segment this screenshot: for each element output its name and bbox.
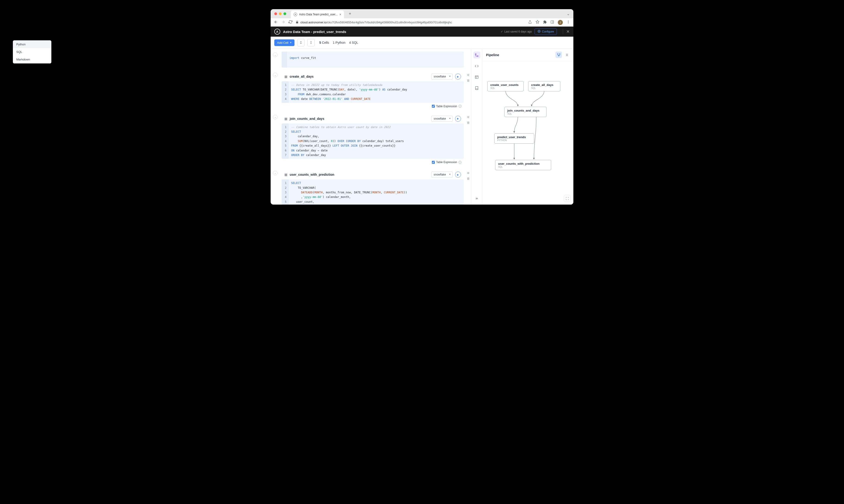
panel-icon[interactable]	[550, 20, 554, 25]
code-editor[interactable]: import curve_fit	[282, 52, 464, 68]
cell-name[interactable]: user_counts_with_prediction	[290, 173, 334, 176]
cell: ⌄ import curve_fit	[282, 52, 464, 68]
cell-header: ▦ join_counts_and_days snowflake ▶	[282, 114, 464, 124]
cell-collapse-toggle[interactable]: ⌄	[273, 73, 277, 77]
move-cell-icon[interactable]: ⊕	[467, 171, 469, 175]
rail-schema-button[interactable]	[473, 74, 480, 80]
rail-pipeline-button[interactable]	[473, 52, 480, 58]
delete-cell-icon[interactable]: 🗑	[467, 121, 470, 124]
tab-close-icon[interactable]: ×	[340, 13, 341, 16]
code-editor[interactable]: 1234567 -- Combine tables to obtain Astr…	[282, 124, 464, 159]
rail-code-button[interactable]	[473, 62, 480, 69]
new-tab-button[interactable]: +	[347, 11, 353, 17]
pipeline-list-view-button[interactable]	[563, 52, 570, 58]
browser-tab-bar: A Astro Data Team predict_user... × + ⌄	[271, 9, 573, 18]
add-cell-button[interactable]: Add Cell ▼	[274, 39, 294, 46]
run-cell-button[interactable]: ▶	[455, 74, 461, 79]
expand-canvas-button[interactable]	[564, 195, 571, 202]
code-editor[interactable]: 1234 -- Dates in 20222 up to today from …	[282, 81, 464, 103]
pipeline-canvas[interactable]: create_user_countsSQLcreate_all_daysSQLj…	[482, 61, 573, 204]
cell-name[interactable]: create_all_days	[290, 75, 313, 78]
delete-cell-icon[interactable]: 🗑	[467, 79, 470, 82]
close-panel-icon[interactable]: ✕	[563, 29, 570, 34]
svg-point-5	[539, 31, 539, 32]
pipeline-node[interactable]: join_counts_and_daysSQL	[504, 107, 547, 117]
traffic-lights	[274, 12, 286, 15]
configure-button[interactable]: Configure	[535, 29, 557, 35]
run-cell-button[interactable]: ▶	[455, 172, 461, 178]
pipeline-node[interactable]: predict_user_trendsPYTHON	[494, 133, 534, 144]
reload-button[interactable]	[289, 20, 292, 25]
profile-avatar[interactable]: J	[558, 20, 563, 25]
toolbar: Add Cell ▼ 5 Cells 1 Python 4 SQL	[271, 37, 573, 49]
delete-cell-icon[interactable]: 🗑	[467, 177, 470, 180]
url-field[interactable]: cloud.astronomer.io/cku7t3fvx59046554xr4…	[296, 21, 525, 24]
sql-cell-icon: ▦	[285, 117, 287, 121]
cell: ⌄ ⊕ 🗑 ▦ create_all_days snowflake ▶ 1234	[282, 72, 464, 110]
url-bar: cloud.astronomer.io/cku7t3fvx59046554xr4…	[271, 18, 573, 26]
rail-collapse-button[interactable]	[473, 195, 480, 202]
page-title: Astro Data Team - predict_user_trends	[283, 30, 498, 34]
move-cell-icon[interactable]: ⊕	[467, 115, 469, 119]
svg-point-2	[568, 21, 569, 21]
node-type: SQL	[507, 112, 544, 115]
node-title: user_counts_with_prediction	[498, 162, 548, 165]
connection-select[interactable]: snowflake	[431, 116, 453, 122]
node-type: SQL	[490, 87, 521, 89]
lock-icon	[296, 21, 298, 24]
sql-cell-icon: ▦	[285, 75, 287, 78]
main-layout: ⌄ import curve_fit ⌄ ⊕ 🗑 ▦ create_	[271, 49, 573, 204]
connection-select[interactable]: snowflake	[431, 172, 453, 178]
cell-name[interactable]: join_counts_and_days	[290, 117, 324, 121]
cell-counts: 5 Cells 1 Python 4 SQL	[319, 41, 358, 44]
browser-extension-icons: J	[528, 20, 570, 25]
svg-rect-8	[475, 76, 478, 78]
connection-select[interactable]: snowflake	[431, 74, 453, 79]
line-numbers: 1234567	[282, 124, 289, 159]
pipeline-graph-view-button[interactable]	[555, 52, 562, 58]
cell-collapse-toggle[interactable]: ⌄	[273, 52, 277, 57]
app-logo[interactable]: A	[274, 29, 280, 35]
move-cell-icon[interactable]: ⊕	[467, 73, 469, 76]
maximize-window-button[interactable]	[283, 12, 286, 15]
expand-all-button[interactable]	[307, 39, 315, 46]
code-content[interactable]: import curve_fit	[287, 52, 464, 68]
browser-menu-icon[interactable]	[567, 20, 570, 25]
share-icon[interactable]	[528, 20, 532, 25]
app-header: A Astro Data Team - predict_user_trends …	[271, 26, 573, 37]
line-numbers: 123456789	[282, 179, 289, 204]
node-title: join_counts_and_days	[507, 109, 544, 112]
gear-icon	[538, 30, 540, 33]
run-cell-button[interactable]: ▶	[455, 116, 461, 122]
code-content[interactable]: -- Dates in 20222 up to today from utili…	[289, 81, 464, 103]
back-button[interactable]	[274, 20, 278, 25]
forward-button[interactable]	[281, 20, 285, 25]
code-editor[interactable]: 123456789 SELECT TO_VARCHAR( DATEADD(MON…	[282, 179, 464, 204]
app-window: A Astro Data Team predict_user... × + ⌄ …	[271, 9, 573, 204]
node-type: PYTHON	[497, 139, 531, 142]
bookmark-icon[interactable]	[535, 20, 539, 25]
cell-collapse-toggle[interactable]: ⌄	[273, 115, 277, 119]
tab-overflow-icon[interactable]: ⌄	[567, 12, 570, 16]
info-icon[interactable]: i	[459, 161, 462, 164]
code-content[interactable]: -- Combine tables to obtain Astro user c…	[289, 124, 464, 159]
minimize-window-button[interactable]	[279, 12, 282, 15]
table-expression-checkbox[interactable]	[432, 161, 435, 164]
svg-point-13	[558, 55, 559, 56]
collapse-all-button[interactable]	[297, 39, 305, 46]
cell-collapse-toggle[interactable]: ⌄	[273, 171, 277, 175]
rail-library-button[interactable]	[473, 85, 480, 91]
info-icon[interactable]: i	[459, 105, 462, 108]
pipeline-node[interactable]: create_all_daysSQL	[528, 81, 560, 91]
close-window-button[interactable]	[274, 12, 277, 15]
browser-tab[interactable]: A Astro Data Team predict_user... ×	[291, 11, 344, 18]
code-content[interactable]: SELECT TO_VARCHAR( DATEADD(MONTH, months…	[289, 179, 464, 204]
pipeline-panel: Pipeline create_user_countsSQLcreate_all…	[482, 49, 573, 204]
svg-point-4	[568, 23, 569, 23]
pipeline-node[interactable]: create_user_countsSQL	[487, 81, 523, 91]
cell-header: ▦ create_all_days snowflake ▶	[282, 72, 464, 81]
node-type: SQL	[498, 166, 548, 168]
table-expression-checkbox[interactable]	[432, 105, 435, 108]
pipeline-node[interactable]: user_counts_with_predictionSQL	[495, 160, 551, 170]
extensions-icon[interactable]	[543, 20, 547, 25]
